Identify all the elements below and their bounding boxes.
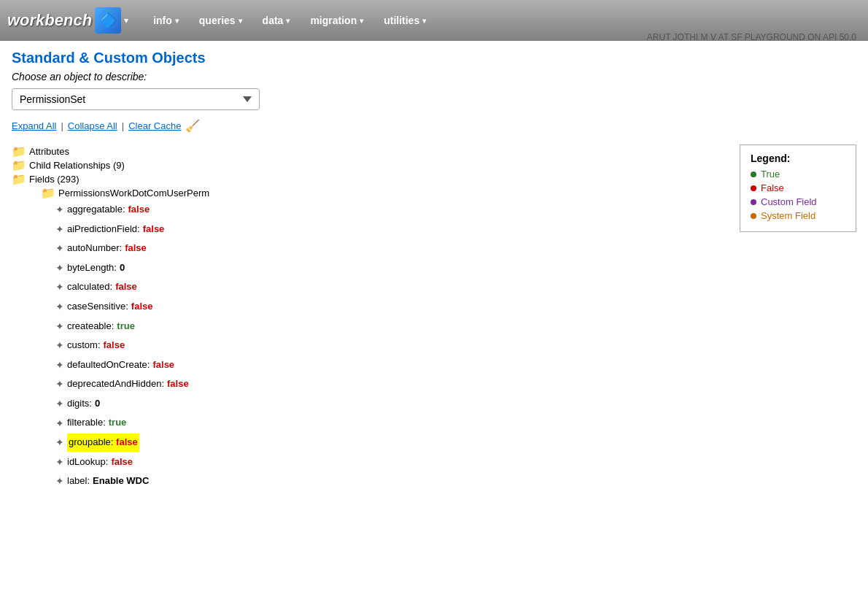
field-bullet: ✦	[55, 394, 64, 414]
nav-info-chevron: ▾	[175, 17, 179, 25]
field-value-false: false	[128, 201, 150, 219]
highlight-row: groupable: false	[67, 434, 139, 452]
legend-item: Custom Field	[751, 196, 845, 207]
nav-data-chevron: ▾	[286, 17, 290, 25]
folder-child-relationships[interactable]: 📁 Child Relationships (9)	[12, 158, 728, 172]
field-row: ✦ byteLength: 0	[55, 258, 728, 278]
nav-queries-chevron: ▾	[239, 17, 242, 25]
field-bullet: ✦	[55, 258, 64, 278]
nav-utilities[interactable]: utilities ▾	[373, 0, 436, 41]
field-row: ✦ digits: 0	[55, 394, 728, 414]
field-name: autoNumber:	[67, 239, 122, 258]
field-bullet: ✦	[55, 200, 64, 220]
legend-item: True	[751, 169, 845, 180]
legend-dot	[751, 213, 756, 219]
field-name: aiPredictionField:	[67, 220, 140, 239]
clear-cache-link[interactable]: Clear Cache	[128, 120, 181, 131]
field-bullet: ✦	[55, 220, 64, 239]
field-value-false: false	[143, 220, 165, 239]
field-row: ✦ createable: true	[55, 317, 728, 336]
folder-fields[interactable]: 📁 Fields (293)	[12, 172, 728, 186]
field-value-false: false	[115, 278, 137, 296]
tree-root: 📁 Attributes 📁 Child Relationships (9) 📁…	[12, 145, 728, 491]
field-name: digits:	[67, 395, 92, 413]
field-name: groupable:	[69, 436, 113, 447]
legend-title: Legend:	[751, 153, 845, 164]
field-bullet: ✦	[55, 297, 64, 317]
field-row: ✦ deprecatedAndHidden: false	[55, 374, 728, 394]
field-name: caseSensitive:	[67, 298, 128, 316]
tree-area: 📁 Attributes 📁 Child Relationships (9) 📁…	[12, 145, 728, 491]
field-bullet: ✦	[55, 471, 64, 491]
field-name: idLookup:	[67, 453, 108, 471]
sep1: |	[61, 120, 63, 131]
field-name: defaultedOnCreate:	[67, 356, 150, 374]
fields-list: ✦ aggregatable: false✦ aiPredictionField…	[26, 200, 728, 491]
field-bullet: ✦	[55, 277, 64, 297]
field-value-false: false	[167, 375, 189, 393]
action-bar: Expand All | Collapse All | Clear Cache …	[12, 119, 856, 133]
logo-chevron[interactable]: ▾	[124, 15, 128, 26]
object-select-container: PermissionSet	[12, 88, 856, 110]
legend-dot	[751, 172, 756, 177]
field-value-false: false	[125, 239, 147, 258]
field-bullet: ✦	[55, 239, 64, 258]
main-content: Standard & Custom Objects ARUT JOTHI M V…	[0, 41, 868, 500]
field-bullet: ✦	[55, 355, 64, 375]
field-name: calculated:	[67, 278, 112, 296]
legend-dot	[751, 185, 756, 191]
object-describe-label: Choose an object to describe:	[12, 71, 856, 82]
field-bullet: ✦	[55, 452, 64, 472]
field-bullet: ✦	[55, 433, 64, 452]
folder-label-attributes: Attributes	[29, 146, 69, 157]
nav-utilities-chevron: ▾	[422, 17, 426, 25]
folder-attributes[interactable]: 📁 Attributes	[12, 145, 728, 158]
object-select[interactable]: PermissionSet	[12, 88, 260, 110]
logo-text: workbench	[7, 11, 92, 30]
field-value-true: true	[117, 317, 135, 336]
field-name: aggregatable:	[67, 201, 125, 219]
folder-permissions-wdc[interactable]: 📁 PermissionsWorkDotComUserPerm	[41, 186, 728, 200]
legend-dot	[751, 199, 756, 205]
folder-icon-attributes: 📁	[12, 145, 26, 158]
field-row: ✦groupable: false	[55, 433, 728, 452]
nav-migration-chevron: ▾	[360, 17, 363, 25]
field-row: ✦ autoNumber: false	[55, 239, 728, 258]
field-bullet: ✦	[55, 374, 64, 394]
logo-area: workbench 🔷 ▾	[7, 7, 128, 34]
field-name: createable:	[67, 317, 114, 336]
legend-item: False	[751, 182, 845, 193]
field-row: ✦ calculated: false	[55, 277, 728, 297]
legend-item: System Field	[751, 210, 845, 221]
field-row: ✦ custom: false	[55, 336, 728, 355]
field-value-text: Enable WDC	[93, 472, 149, 490]
expand-all-link[interactable]: Expand All	[12, 120, 56, 131]
folder-label-wdc: PermissionsWorkDotComUserPerm	[58, 188, 209, 199]
nav-data[interactable]: data ▾	[252, 0, 301, 41]
field-row: ✦ aggregatable: false	[55, 200, 728, 220]
field-value-false: false	[116, 436, 138, 447]
folder-label-fields: Fields (293)	[29, 174, 80, 185]
folder-icon-wdc: 📁	[41, 186, 55, 200]
logo-cube: 🔷	[95, 7, 121, 34]
broom-icon: 🧹	[185, 119, 200, 133]
collapse-all-link[interactable]: Collapse All	[68, 120, 117, 131]
page-title: Standard & Custom Objects	[12, 50, 206, 66]
field-row: ✦ idLookup: false	[55, 452, 728, 472]
field-row: ✦ aiPredictionField: false	[55, 220, 728, 239]
legend-items: True False Custom Field System Field	[751, 169, 845, 221]
field-value-num: 0	[120, 259, 125, 277]
field-name: filterable:	[67, 414, 106, 432]
nav-migration[interactable]: migration ▾	[300, 0, 373, 41]
field-value-false: false	[152, 356, 174, 374]
legend: Legend: True False Custom Field System F…	[740, 145, 856, 232]
field-value-true: true	[109, 414, 127, 432]
field-row: ✦ filterable: true	[55, 414, 728, 434]
legend-item-label: False	[761, 182, 784, 193]
legend-item-label: Custom Field	[761, 196, 817, 207]
field-row: ✦ caseSensitive: false	[55, 297, 728, 317]
field-value-false: false	[104, 336, 125, 355]
nav-info[interactable]: info ▾	[143, 0, 189, 41]
folder-icon-child-rel: 📁	[12, 158, 26, 172]
nav-queries[interactable]: queries ▾	[189, 0, 252, 41]
